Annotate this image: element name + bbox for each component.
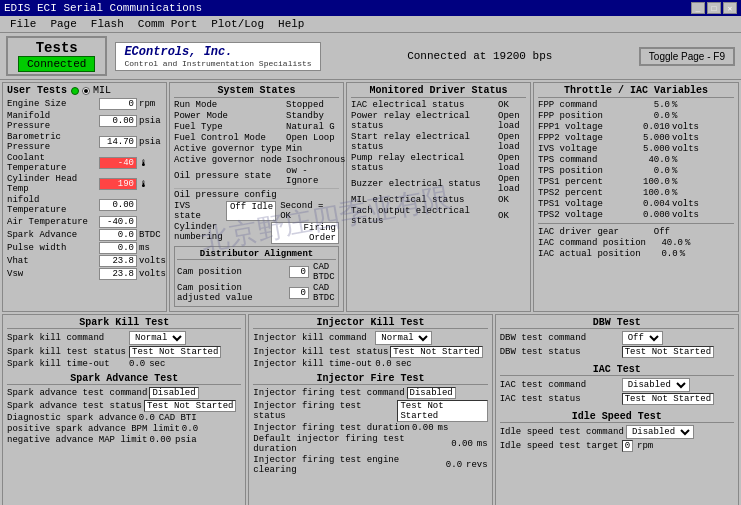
mil-radio-group: MIL (71, 85, 111, 96)
ivs-state-label: IVS state (174, 201, 222, 221)
tps1-pct-label: TPS1 percent (538, 177, 633, 187)
fuel-control-row: Fuel Control Mode Open Loop (174, 133, 339, 143)
baro-pressure-unit: psia (139, 137, 164, 147)
manifold-temp-row: nifold Temperature 0.00 (7, 195, 162, 215)
start-relay-value: Open load (498, 132, 533, 152)
fpp-cmd-unit: % (672, 100, 697, 110)
idle-speed-target-row: Idle speed test target 0 rpm (500, 440, 734, 452)
tps2-pct-label: TPS2 percent (538, 188, 633, 198)
fpp2-volt-label: FPP2 voltage (538, 133, 633, 143)
engine-size-value: 0 (99, 98, 137, 110)
buzzer-value: Open load (498, 174, 533, 194)
diag-spark-label: Diagnostic spark advance (7, 413, 137, 423)
iac-test-cmd-select[interactable]: Disabled (622, 378, 690, 392)
iac-actual-pos-row: IAC actual position 0.0 % (538, 249, 734, 259)
power-mode-label: Power Mode (174, 111, 284, 121)
fpp-cmd-label: FPP command (538, 100, 633, 110)
menu-page[interactable]: Page (44, 17, 82, 31)
gov-type-label: Active governor type (174, 144, 284, 154)
power-mode-row: Power Mode Standby (174, 111, 339, 121)
buzzer-row: Buzzer electrical status Open load (351, 174, 526, 194)
iac-actual-pos-unit: % (680, 249, 705, 259)
inj-fire-status-value: Test Not Started (397, 400, 487, 422)
connected-badge: Connected (18, 56, 95, 72)
gov-type-row: Active governor type Min (174, 144, 339, 154)
toggle-page-button[interactable]: Toggle Page - F9 (639, 47, 735, 66)
idle-speed-cmd-label: Idle speed test command (500, 427, 624, 437)
cyl-head-temp-value: 190 (99, 178, 137, 190)
fuel-control-label: Fuel Control Mode (174, 133, 284, 143)
neg-limit-unit: psia (175, 435, 197, 445)
maximize-button[interactable]: □ (707, 2, 721, 14)
menu-commport[interactable]: Comm Port (132, 17, 203, 31)
oil-press-value: ow - Ignore (286, 166, 339, 186)
spark-kill-cmd-select[interactable]: Normal (129, 331, 186, 345)
pos-limit-value: 0.0 (182, 424, 198, 434)
dbw-status-label: DBW test status (500, 347, 620, 357)
pos-limit-label: positive spark advance BPM limit (7, 424, 180, 434)
iac-driver-gear-label: IAC driver gear (538, 227, 633, 237)
dbw-cmd-select[interactable]: Off (622, 331, 663, 345)
mil-label: MIL (93, 85, 111, 96)
user-tests-header: User Tests MIL (7, 85, 162, 96)
minimize-button[interactable]: _ (691, 2, 705, 14)
baro-pressure-label: Barometric Pressure (7, 132, 97, 152)
throttle-iac-title: Throttle / IAC Variables (538, 85, 734, 98)
fuel-type-row: Fuel Type Natural G (174, 122, 339, 132)
idle-speed-cmd-select[interactable]: Disabled (626, 425, 694, 439)
iac-actual-pos-value: 0.0 (643, 249, 678, 259)
menu-bar: File Page Flash Comm Port Plot/Log Help (0, 16, 741, 33)
coolant-temp-icon: 🌡 (139, 158, 164, 169)
app-header: Tests Connected EControls, Inc. Control … (0, 33, 741, 80)
spark-advance-title: Spark Advance Test (7, 373, 241, 385)
iac-elec-value: OK (498, 100, 533, 110)
inj-kill-cmd-row: Injector kill command Normal (253, 331, 487, 345)
tps2-volt-unit: volts (672, 210, 699, 220)
dbw-status-value: Test Not Started (622, 346, 714, 358)
tps-cmd-unit: % (672, 155, 697, 165)
oil-config-section: Oil pressure config IVS state Off Idle S… (174, 188, 339, 244)
tps2-volt-row: TPS2 voltage 0.000 volts (538, 210, 734, 220)
inj-kill-status-value: Test Not Started (390, 346, 482, 358)
iac-test-cmd-label: IAC test command (500, 380, 620, 390)
close-button[interactable]: ✕ (723, 2, 737, 14)
engine-size-unit: rpm (139, 99, 164, 109)
idle-speed-cmd-row: Idle speed test command Disabled (500, 425, 734, 439)
tps1-pct-unit: % (672, 177, 697, 187)
cam-pos-unit: CAD BTDC (313, 262, 336, 282)
tps-cmd-value: 40.0 (635, 155, 670, 165)
cyl-head-temp-row: Cylinder Head Temp 190 🌡 (7, 174, 162, 194)
inj-fire-dur-unit: ms (438, 423, 449, 433)
fpp-cmd-row: FPP command 5.0 % (538, 100, 734, 110)
ivs-state-value: Off Idle (226, 201, 276, 221)
ivs-volt-unit: volts (672, 144, 699, 154)
menu-flash[interactable]: Flash (85, 17, 130, 31)
tps1-pct-row: TPS1 percent 100.0 % (538, 177, 734, 187)
run-mode-label: Run Mode (174, 100, 284, 110)
spark-kill-timeout-label: Spark kill time-out (7, 359, 127, 369)
inj-kill-cmd-select[interactable]: Normal (375, 331, 432, 345)
idle-speed-target-value: 0 (622, 440, 633, 452)
menu-plotlog[interactable]: Plot/Log (205, 17, 270, 31)
oil-config-label: Oil pressure config (174, 190, 339, 200)
spark-adv-cmd-row: Spark advance test command Disabled (7, 387, 241, 399)
menu-help[interactable]: Help (272, 17, 310, 31)
pulse-width-unit: ms (139, 243, 164, 253)
manifold-pressure-row: Manifold Pressure 0.00 psia (7, 111, 162, 131)
start-relay-row: Start relay electrical status Open load (351, 132, 526, 152)
manifold-pressure-label: Manifold Pressure (7, 111, 97, 131)
iac-driver-gear-row: IAC driver gear Off (538, 227, 734, 237)
mil-radio[interactable] (82, 87, 90, 95)
menu-file[interactable]: File (4, 17, 42, 31)
mil-elec-row: MIL electrical status OK (351, 195, 526, 205)
logo-box: EControls, Inc. Control and Instrumentat… (115, 42, 320, 71)
iac-elec-row: IAC electrical status OK (351, 100, 526, 110)
fpp2-volt-row: FPP2 voltage 5.000 volts (538, 133, 734, 143)
throttle-iac-panel: Throttle / IAC Variables FPP command 5.0… (533, 82, 739, 312)
driver-status-panel: Monitored Driver Status IAC electrical s… (346, 82, 531, 312)
inj-kill-status-row: Injector kill test status Test Not Start… (253, 346, 487, 358)
oil-press-label: Oil pressure state (174, 171, 284, 181)
dbw-status-row: DBW test status Test Not Started (500, 346, 734, 358)
vhat-value: 23.8 (99, 255, 137, 267)
injector-kill-title: Injector Kill Test (253, 317, 487, 329)
